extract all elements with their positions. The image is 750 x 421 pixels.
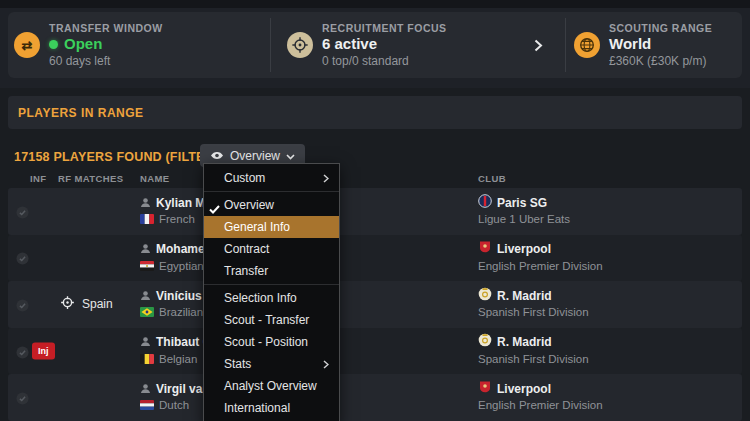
menu-item-custom[interactable]: Custom bbox=[204, 167, 339, 189]
menu-item-scout-position[interactable]: Scout - Position bbox=[204, 331, 339, 353]
scouted-check-icon[interactable] bbox=[16, 298, 29, 311]
globe-icon bbox=[574, 32, 600, 58]
club-name: Paris SG bbox=[497, 196, 547, 210]
club-name: R. Madrid bbox=[497, 335, 552, 349]
club-badge-liverpool-icon bbox=[478, 380, 492, 398]
player-nationality: Egyptian bbox=[159, 260, 204, 272]
recruitment-focus-panel[interactable]: RECRUITMENT FOCUS 6 active 0 top/0 stand… bbox=[271, 12, 565, 78]
recruitment-focus-count: 6 active bbox=[322, 36, 447, 52]
club-name: R. Madrid bbox=[497, 289, 552, 303]
player-head-icon bbox=[140, 287, 151, 305]
transfer-refresh-icon: ⇄ bbox=[14, 32, 40, 58]
club-division: Spanish First Division bbox=[478, 353, 589, 365]
scouting-range-cost: £360K (£30K p/m) bbox=[609, 54, 712, 68]
eye-icon bbox=[210, 148, 224, 163]
section-title: PLAYERS IN RANGE bbox=[18, 106, 144, 120]
club-badge-r-madrid-icon bbox=[478, 287, 492, 305]
club-division: Spanish First Division bbox=[478, 306, 589, 318]
player-nationality: French bbox=[159, 213, 195, 225]
club-name: Liverpool bbox=[497, 382, 551, 396]
menu-item-contract[interactable]: Contract bbox=[204, 238, 339, 260]
column-header-name[interactable]: NAME bbox=[140, 173, 170, 184]
rf-match-label: Spain bbox=[82, 297, 113, 311]
scouting-topbar: ⇄ TRANSFER WINDOW Open 60 days left bbox=[0, 0, 750, 88]
scouting-range-panel[interactable]: SCOUTING RANGE World £360K (£30K p/m) bbox=[566, 12, 742, 78]
injury-badge: Inj bbox=[32, 343, 55, 360]
transfer-window-label: TRANSFER WINDOW bbox=[49, 22, 163, 34]
player-nationality: Belgian bbox=[159, 353, 197, 365]
player-head-icon bbox=[140, 194, 151, 212]
menu-item-stats[interactable]: Stats bbox=[204, 353, 339, 375]
menu-item-selection-info[interactable]: Selection Info bbox=[204, 287, 339, 309]
column-header-club[interactable]: CLUB bbox=[478, 173, 506, 184]
flag-egypt-icon bbox=[140, 261, 154, 271]
transfer-window-days-left: 60 days left bbox=[49, 54, 163, 68]
player-row-van-dijk[interactable]: Virgil van Dijk Dutch Liverpool English … bbox=[8, 374, 742, 421]
window-top-strip bbox=[0, 0, 750, 8]
column-header-rf-matches[interactable]: RF MATCHES bbox=[58, 173, 124, 184]
menu-item-transfer[interactable]: Transfer bbox=[204, 260, 339, 282]
transfer-window-status: Open bbox=[64, 36, 102, 52]
fm-scouting-screen: ⇄ TRANSFER WINDOW Open 60 days left bbox=[0, 0, 750, 421]
club-division: English Premier Division bbox=[478, 260, 603, 272]
status-open-dot bbox=[49, 40, 58, 49]
recruitment-target-icon bbox=[287, 32, 313, 58]
chevron-right-icon bbox=[323, 360, 329, 369]
club-name: Liverpool bbox=[497, 242, 551, 256]
chevron-right-icon bbox=[323, 174, 329, 183]
table-header-row: INF RF MATCHES NAME CLUB bbox=[0, 170, 750, 187]
recruitment-focus-breakdown: 0 top/0 standard bbox=[322, 54, 447, 68]
rf-match-spain: Spain bbox=[60, 295, 113, 313]
club-division: Ligue 1 Uber Eats bbox=[478, 213, 570, 225]
player-table: Kylian Mbappé French Paris SG Ligue 1 Ub… bbox=[8, 188, 742, 421]
player-head-icon bbox=[140, 333, 151, 351]
player-nationality: Dutch bbox=[159, 399, 189, 411]
scouted-check-icon[interactable] bbox=[16, 391, 29, 404]
menu-item-international[interactable]: International bbox=[204, 397, 339, 419]
flag-france-icon bbox=[140, 214, 154, 224]
player-nationality: Brazilian bbox=[159, 306, 203, 318]
transfer-window-panel[interactable]: ⇄ TRANSFER WINDOW Open 60 days left bbox=[8, 12, 270, 78]
menu-item-scout-transfer[interactable]: Scout - Transfer bbox=[204, 309, 339, 331]
scouted-check-icon[interactable] bbox=[16, 205, 29, 218]
club-badge-liverpool-icon bbox=[478, 240, 492, 258]
flag-brazil-icon bbox=[140, 307, 154, 317]
player-head-icon bbox=[140, 240, 151, 258]
player-row-mbappe[interactable]: Kylian Mbappé French Paris SG Ligue 1 Ub… bbox=[8, 188, 742, 235]
flag-belgium-icon bbox=[140, 354, 154, 364]
chevron-right-icon[interactable] bbox=[534, 39, 543, 52]
scouted-check-icon[interactable] bbox=[16, 251, 29, 264]
view-dropdown-menu: Custom Overview General Info Contract Tr… bbox=[203, 163, 340, 421]
players-in-range-header: PLAYERS IN RANGE bbox=[8, 96, 742, 129]
club-badge-r-madrid-icon bbox=[478, 333, 492, 351]
scouting-range-value: World bbox=[609, 36, 712, 52]
column-header-inf[interactable]: INF bbox=[30, 173, 47, 184]
club-badge-paris-sg-icon bbox=[478, 194, 492, 212]
summary-panels: ⇄ TRANSFER WINDOW Open 60 days left bbox=[8, 12, 742, 78]
menu-item-general-info[interactable]: General Info bbox=[204, 216, 339, 238]
rf-target-icon bbox=[60, 295, 75, 313]
recruitment-focus-label: RECRUITMENT FOCUS bbox=[322, 22, 447, 34]
scouting-range-label: SCOUTING RANGE bbox=[609, 22, 712, 34]
scouted-check-icon[interactable] bbox=[16, 345, 29, 358]
flag-netherlands-icon bbox=[140, 400, 154, 410]
player-row-courtois[interactable]: Inj Thibaut Courtois Belgian R. Madrid S… bbox=[8, 328, 742, 375]
club-division: English Premier Division bbox=[478, 399, 603, 411]
menu-separator bbox=[204, 284, 339, 285]
menu-item-analyst-overview[interactable]: Analyst Overview bbox=[204, 375, 339, 397]
player-row-salah[interactable]: Mohamed Salah Egyptian Liverpool English… bbox=[8, 235, 742, 282]
menu-separator bbox=[204, 191, 339, 192]
view-selector-label: Overview bbox=[230, 149, 280, 163]
player-head-icon bbox=[140, 380, 151, 398]
chevron-down-icon bbox=[286, 148, 295, 163]
menu-item-overview[interactable]: Overview bbox=[204, 194, 339, 216]
player-row-vinicius[interactable]: Spain Vinícius Júnior Brazilian R. Madri… bbox=[8, 281, 742, 328]
